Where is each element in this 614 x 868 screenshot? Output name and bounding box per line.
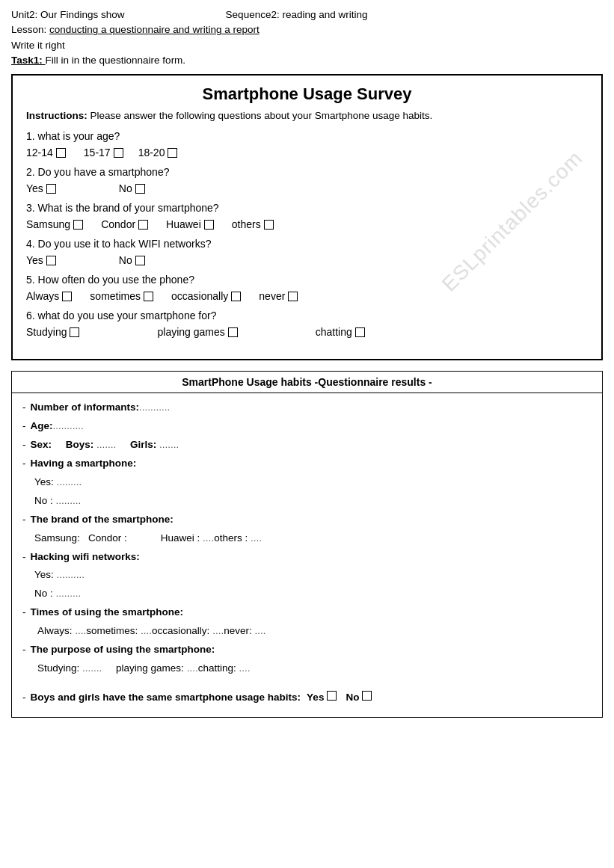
- question-2: 2. Do you have a smartphone? Yes No: [26, 166, 588, 194]
- q2-options: Yes No: [26, 182, 588, 194]
- question-5-text: 5. How often do you use the phone?: [26, 274, 588, 286]
- q3-option-samsung: Samsung: [26, 218, 83, 230]
- label-hacking: Hacking wifi networks:: [31, 549, 140, 566]
- survey-title: Smartphone Usage Survey: [26, 84, 588, 104]
- q3-checkbox-condor[interactable]: [138, 220, 148, 230]
- q3-option-huawei: Huawei: [166, 218, 214, 230]
- q2-checkbox-yes[interactable]: [46, 184, 56, 194]
- q4-yes-label: Yes: [26, 254, 43, 266]
- q2-option-no: No: [119, 182, 145, 194]
- q5-option-always: Always: [26, 290, 72, 302]
- q6-label: what do you use your smartphone for?: [38, 310, 217, 321]
- dash-boys-girls: -: [22, 689, 26, 707]
- label-brand-values: Samsung: Condor : Huawei : ....others : …: [34, 530, 262, 547]
- q1-checkbox-18-20[interactable]: [168, 148, 177, 158]
- lesson-text: conducting a questionnaire and writing a…: [49, 24, 260, 35]
- q2-label: Do you have a smartphone?: [38, 166, 170, 178]
- q3-samsung-label: Samsung: [26, 218, 70, 230]
- q5-label: How often do you use the phone?: [38, 274, 194, 286]
- instructions-text: Please answer the following questions ab…: [90, 110, 433, 121]
- q6-options: Studying playing games chatting: [26, 326, 588, 338]
- write-it-right: Write it right: [11, 38, 603, 53]
- result-hacking-header: - Hacking wifi networks:: [22, 549, 592, 566]
- task-line: Task1: Fill in in the questionnaire form…: [11, 53, 603, 68]
- dash-age: -: [22, 418, 26, 435]
- q3-options: Samsung Condor Huawei others: [26, 218, 588, 230]
- result-smartphone-header: - Having a smartphone:: [22, 455, 592, 473]
- result-informants: - Number of informants:...........: [22, 399, 592, 416]
- q1-checkbox-15-17[interactable]: [114, 148, 123, 158]
- q5-checkbox-always[interactable]: [62, 292, 72, 301]
- question-1: 1. what is your age? 12-14 15-17 18-20: [26, 130, 588, 158]
- q3-checkbox-huawei[interactable]: [204, 220, 214, 230]
- question-2-text: 2. Do you have a smartphone?: [26, 166, 588, 178]
- q6-checkbox-chatting[interactable]: [355, 327, 365, 337]
- q5-never-label: never: [259, 290, 285, 302]
- q4-checkbox-no[interactable]: [135, 256, 145, 265]
- q6-studying-label: Studying: [26, 326, 67, 338]
- dash-hacking: -: [22, 549, 26, 566]
- q5-occasionally-label: occasionally: [171, 290, 228, 302]
- q3-checkbox-others[interactable]: [264, 220, 274, 230]
- q1-option-18-20-label: 18-20: [138, 147, 165, 158]
- q1-options: 12-14 15-17 18-20: [26, 147, 588, 158]
- q6-option-playing: playing games: [157, 326, 237, 338]
- q4-checkbox-yes[interactable]: [46, 256, 56, 265]
- q3-option-others: others: [232, 218, 274, 230]
- label-no-hacking: No : .........: [34, 585, 81, 603]
- q6-checkbox-studying[interactable]: [70, 327, 79, 337]
- dash-smartphone: -: [22, 455, 26, 473]
- q2-yes-label: Yes: [26, 182, 43, 194]
- boys-girls-no-label: No: [346, 689, 359, 707]
- q3-others-label: others: [232, 218, 261, 230]
- result-brand-header: - The brand of the smartphone:: [22, 511, 592, 529]
- dash-brand: -: [22, 511, 26, 529]
- result-purpose-header: - The purpose of using the smartphone:: [22, 641, 592, 659]
- header-unit-line: Unit2: Our Findings show Sequence2: read…: [11, 7, 603, 22]
- label-no-smartphone: No : .........: [34, 493, 81, 510]
- result-sex: - Sex: Boys: ....... Girls: .......: [22, 437, 592, 454]
- q5-sometimes-label: sometimes: [90, 290, 141, 302]
- q2-no-label: No: [119, 182, 132, 194]
- q2-checkbox-no[interactable]: [135, 184, 145, 194]
- q3-checkbox-samsung[interactable]: [73, 220, 83, 230]
- dash-purpose: -: [22, 641, 26, 659]
- task-text: Fill in in the questionnaire form.: [46, 55, 186, 66]
- q6-checkbox-playing[interactable]: [228, 327, 238, 337]
- results-content: - Number of informants:........... - Age…: [12, 393, 602, 717]
- label-times-values: Always: ....sometimes: ....occasionally:…: [37, 623, 265, 640]
- results-box: SmartPhone Usage habits -Questionnaire r…: [11, 371, 603, 718]
- q5-checkbox-occasionally[interactable]: [231, 292, 241, 301]
- question-4: 4. Do you use it to hack WIFI networks? …: [26, 238, 588, 266]
- results-title: SmartPhone Usage habits -Questionnaire r…: [12, 372, 602, 393]
- q2-option-yes: Yes: [26, 182, 56, 194]
- result-boys-girls: - Boys and girls have the same smartphon…: [22, 689, 592, 707]
- boys-girls-checkbox-no[interactable]: [362, 691, 372, 701]
- q5-option-occasionally: occasionally: [171, 290, 241, 302]
- label-purpose: The purpose of using the smartphone:: [31, 641, 215, 659]
- question-4-text: 4. Do you use it to hack WIFI networks?: [26, 238, 588, 250]
- result-purpose-values: Studying: ....... playing games: ....cha…: [22, 660, 592, 677]
- question-3-text: 3. What is the brand of your smartphone?: [26, 202, 588, 214]
- q5-checkbox-never[interactable]: [288, 292, 298, 301]
- label-boys-girls: Boys and girls have the same smartphone …: [31, 689, 301, 707]
- q5-checkbox-sometimes[interactable]: [144, 292, 153, 301]
- question-6: 6. what do you use your smartphone for? …: [26, 310, 588, 338]
- q5-options: Always sometimes occasionally never: [26, 290, 588, 302]
- boys-girls-checkbox-yes[interactable]: [327, 691, 337, 701]
- q1-option-15-17-label: 15-17: [84, 147, 111, 158]
- result-brand-values: Samsung: Condor : Huawei : ....others : …: [22, 530, 592, 547]
- q1-checkbox-12-14[interactable]: [56, 148, 66, 158]
- label-purpose-values: Studying: ....... playing games: ....cha…: [37, 660, 250, 677]
- q1-label: what is your age?: [38, 130, 120, 142]
- result-times-values: Always: ....sometimes: ....occasionally:…: [22, 623, 592, 640]
- q1-option-12-14-label: 12-14: [26, 147, 53, 158]
- q1-option-18-20: 18-20: [138, 147, 178, 158]
- question-1-text: 1. what is your age?: [26, 130, 588, 142]
- label-informants: Number of informants:...........: [31, 399, 171, 416]
- dash-times: -: [22, 604, 26, 621]
- result-no-hacking: No : .........: [22, 585, 592, 603]
- question-3: 3. What is the brand of your smartphone?…: [26, 202, 588, 230]
- boys-girls-yes-label: Yes: [307, 689, 324, 707]
- q1-number: 1.: [26, 130, 38, 142]
